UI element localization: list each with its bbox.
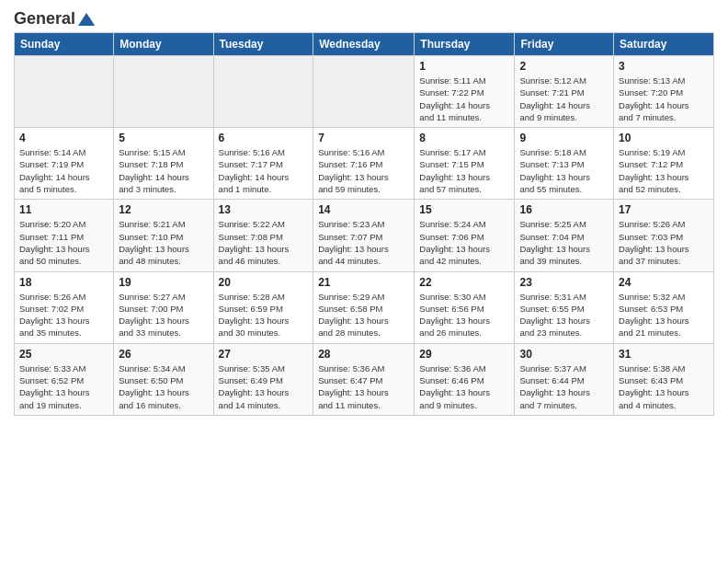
day-info: Sunrise: 5:31 AMSunset: 6:55 PMDaylight:…	[519, 292, 590, 339]
day-number: 17	[619, 203, 709, 216]
day-info: Sunrise: 5:26 AMSunset: 7:02 PMDaylight:…	[19, 292, 90, 339]
day-number: 24	[619, 276, 709, 289]
day-info: Sunrise: 5:35 AMSunset: 6:49 PMDaylight:…	[219, 363, 290, 410]
day-info: Sunrise: 5:12 AMSunset: 7:21 PMDaylight:…	[519, 75, 590, 122]
day-number: 8	[419, 132, 509, 144]
calendar-cell: 19Sunrise: 5:27 AMSunset: 7:00 PMDayligh…	[114, 271, 213, 343]
day-info: Sunrise: 5:29 AMSunset: 6:58 PMDaylight:…	[318, 292, 389, 339]
calendar-table: SundayMondayTuesdayWednesdayThursdayFrid…	[14, 32, 714, 416]
calendar-cell: 9Sunrise: 5:18 AMSunset: 7:13 PMDaylight…	[515, 128, 614, 200]
day-number: 13	[219, 203, 309, 216]
weekday-header-tuesday: Tuesday	[213, 33, 313, 56]
day-number: 9	[519, 132, 609, 144]
weekday-header-monday: Monday	[114, 33, 213, 56]
day-number: 14	[318, 203, 409, 216]
day-info: Sunrise: 5:18 AMSunset: 7:13 PMDaylight:…	[519, 147, 590, 194]
calendar-cell: 28Sunrise: 5:36 AMSunset: 6:47 PMDayligh…	[313, 343, 415, 415]
day-info: Sunrise: 5:23 AMSunset: 7:07 PMDaylight:…	[318, 219, 389, 266]
calendar-cell	[114, 56, 213, 128]
day-info: Sunrise: 5:34 AMSunset: 6:50 PMDaylight:…	[119, 363, 189, 410]
weekday-header-friday: Friday	[515, 33, 614, 56]
day-number: 21	[318, 276, 409, 289]
week-row-5: 25Sunrise: 5:33 AMSunset: 6:52 PMDayligh…	[15, 343, 714, 415]
day-info: Sunrise: 5:37 AMSunset: 6:44 PMDaylight:…	[519, 363, 590, 410]
weekday-header-row: SundayMondayTuesdayWednesdayThursdayFrid…	[15, 33, 714, 56]
day-number: 10	[619, 132, 709, 144]
day-info: Sunrise: 5:16 AMSunset: 7:17 PMDaylight:…	[219, 147, 290, 194]
calendar-cell: 10Sunrise: 5:19 AMSunset: 7:12 PMDayligh…	[614, 128, 714, 200]
calendar-cell: 18Sunrise: 5:26 AMSunset: 7:02 PMDayligh…	[15, 271, 114, 343]
calendar-cell: 26Sunrise: 5:34 AMSunset: 6:50 PMDayligh…	[114, 343, 213, 415]
day-info: Sunrise: 5:17 AMSunset: 7:15 PMDaylight:…	[419, 147, 490, 194]
day-number: 4	[19, 132, 108, 144]
day-info: Sunrise: 5:38 AMSunset: 6:43 PMDaylight:…	[619, 363, 689, 410]
day-info: Sunrise: 5:21 AMSunset: 7:10 PMDaylight:…	[119, 219, 189, 266]
day-info: Sunrise: 5:13 AMSunset: 7:20 PMDaylight:…	[619, 75, 689, 122]
day-number: 26	[119, 348, 208, 361]
day-number: 20	[219, 276, 309, 289]
calendar-cell: 20Sunrise: 5:28 AMSunset: 6:59 PMDayligh…	[213, 271, 313, 343]
week-row-3: 11Sunrise: 5:20 AMSunset: 7:11 PMDayligh…	[15, 200, 714, 271]
day-info: Sunrise: 5:27 AMSunset: 7:00 PMDaylight:…	[119, 292, 189, 339]
day-number: 11	[19, 203, 108, 216]
day-number: 5	[119, 132, 208, 144]
day-number: 6	[219, 132, 309, 144]
weekday-header-saturday: Saturday	[614, 33, 714, 56]
calendar-cell: 21Sunrise: 5:29 AMSunset: 6:58 PMDayligh…	[313, 271, 415, 343]
day-info: Sunrise: 5:30 AMSunset: 6:56 PMDaylight:…	[419, 292, 490, 339]
day-info: Sunrise: 5:32 AMSunset: 6:53 PMDaylight:…	[619, 292, 689, 339]
calendar-cell: 2Sunrise: 5:12 AMSunset: 7:21 PMDaylight…	[515, 56, 614, 128]
day-number: 22	[419, 276, 509, 289]
calendar-cell: 25Sunrise: 5:33 AMSunset: 6:52 PMDayligh…	[15, 343, 114, 415]
day-number: 7	[318, 132, 409, 144]
calendar-cell: 6Sunrise: 5:16 AMSunset: 7:17 PMDaylight…	[213, 128, 313, 200]
day-info: Sunrise: 5:16 AMSunset: 7:16 PMDaylight:…	[318, 147, 389, 194]
day-number: 16	[519, 203, 609, 216]
day-number: 18	[19, 276, 108, 289]
calendar-cell: 12Sunrise: 5:21 AMSunset: 7:10 PMDayligh…	[114, 200, 213, 271]
day-number: 1	[419, 60, 509, 73]
day-info: Sunrise: 5:22 AMSunset: 7:08 PMDaylight:…	[219, 219, 290, 266]
logo: General	[14, 9, 97, 25]
header: General	[14, 9, 714, 25]
day-number: 29	[419, 348, 509, 361]
logo-icon	[76, 11, 97, 28]
day-number: 12	[119, 203, 208, 216]
day-number: 27	[219, 348, 309, 361]
calendar-cell: 31Sunrise: 5:38 AMSunset: 6:43 PMDayligh…	[614, 343, 714, 415]
calendar-cell: 4Sunrise: 5:14 AMSunset: 7:19 PMDaylight…	[15, 128, 114, 200]
calendar-cell: 22Sunrise: 5:30 AMSunset: 6:56 PMDayligh…	[415, 271, 515, 343]
calendar-cell	[213, 56, 313, 128]
day-info: Sunrise: 5:26 AMSunset: 7:03 PMDaylight:…	[619, 219, 689, 266]
calendar-cell: 30Sunrise: 5:37 AMSunset: 6:44 PMDayligh…	[515, 343, 614, 415]
day-number: 25	[19, 348, 108, 361]
calendar-cell: 14Sunrise: 5:23 AMSunset: 7:07 PMDayligh…	[313, 200, 415, 271]
week-row-4: 18Sunrise: 5:26 AMSunset: 7:02 PMDayligh…	[15, 271, 714, 343]
calendar-cell: 15Sunrise: 5:24 AMSunset: 7:06 PMDayligh…	[415, 200, 515, 271]
day-number: 2	[519, 60, 609, 73]
day-number: 15	[419, 203, 509, 216]
weekday-header-wednesday: Wednesday	[313, 33, 415, 56]
day-number: 28	[318, 348, 409, 361]
calendar-cell: 1Sunrise: 5:11 AMSunset: 7:22 PMDaylight…	[415, 56, 515, 128]
calendar-cell: 7Sunrise: 5:16 AMSunset: 7:16 PMDaylight…	[313, 128, 415, 200]
day-info: Sunrise: 5:15 AMSunset: 7:18 PMDaylight:…	[119, 147, 189, 194]
day-number: 23	[519, 276, 609, 289]
calendar-cell: 8Sunrise: 5:17 AMSunset: 7:15 PMDaylight…	[415, 128, 515, 200]
logo-general: General	[14, 9, 75, 29]
weekday-header-sunday: Sunday	[15, 33, 114, 56]
calendar-cell: 17Sunrise: 5:26 AMSunset: 7:03 PMDayligh…	[614, 200, 714, 271]
day-info: Sunrise: 5:20 AMSunset: 7:11 PMDaylight:…	[19, 219, 90, 266]
calendar-cell: 27Sunrise: 5:35 AMSunset: 6:49 PMDayligh…	[213, 343, 313, 415]
calendar-cell: 29Sunrise: 5:36 AMSunset: 6:46 PMDayligh…	[415, 343, 515, 415]
calendar-cell: 23Sunrise: 5:31 AMSunset: 6:55 PMDayligh…	[515, 271, 614, 343]
day-number: 31	[619, 348, 709, 361]
calendar-cell: 13Sunrise: 5:22 AMSunset: 7:08 PMDayligh…	[213, 200, 313, 271]
calendar-cell	[313, 56, 415, 128]
day-number: 30	[519, 348, 609, 361]
day-info: Sunrise: 5:24 AMSunset: 7:06 PMDaylight:…	[419, 219, 490, 266]
calendar-cell: 11Sunrise: 5:20 AMSunset: 7:11 PMDayligh…	[15, 200, 114, 271]
calendar-cell: 3Sunrise: 5:13 AMSunset: 7:20 PMDaylight…	[614, 56, 714, 128]
calendar-cell: 5Sunrise: 5:15 AMSunset: 7:18 PMDaylight…	[114, 128, 213, 200]
day-info: Sunrise: 5:28 AMSunset: 6:59 PMDaylight:…	[219, 292, 290, 339]
